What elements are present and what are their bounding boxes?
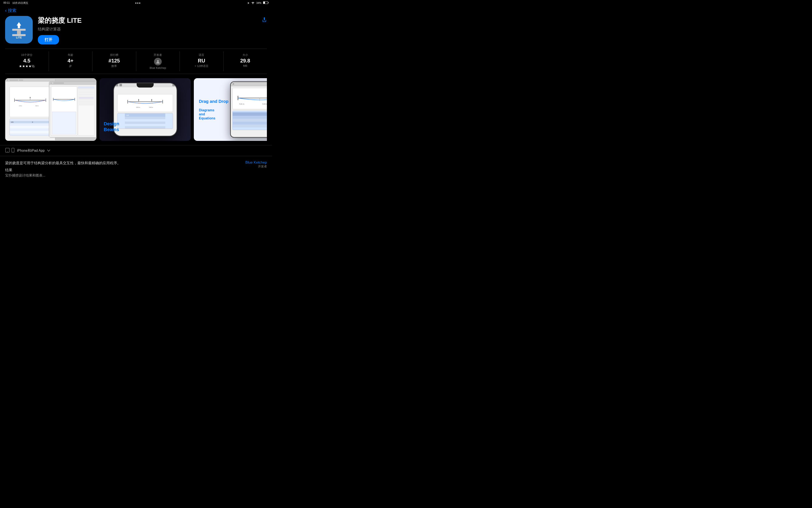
app-header: LITE 梁的挠度 LITE 结构梁计算器 打开 <box>0 16 272 49</box>
dd-device: 5.01 m 5.00 m <box>230 81 267 138</box>
svg-rect-22 <box>10 131 51 133</box>
svg-marker-12 <box>30 97 31 98</box>
mini-data-left: 参数 值 <box>9 119 51 135</box>
date-display: 10月15日周五 <box>12 1 28 5</box>
mini-toolbar-right <box>49 82 96 85</box>
iphone-icon <box>11 148 14 154</box>
dd-beam-area: 5.01 m 5.00 m <box>232 88 267 110</box>
age-label: 年龄 <box>49 53 92 57</box>
battery-icon <box>263 1 269 5</box>
dd-screen: 5.01 m 5.00 m <box>231 82 267 137</box>
phone-toolbar-icon-2 <box>119 84 122 86</box>
svg-rect-38 <box>125 119 165 122</box>
phone-beam-area: 3.00 m 5.00 m <box>117 94 173 112</box>
navigation-icon: ➤ <box>247 1 250 4</box>
dd-subtitle-line3: Equations <box>199 116 228 120</box>
rating-count-label: 15个评分 <box>5 53 49 57</box>
screenshot-right-device <box>49 81 96 138</box>
screenshot-3-content: Drag and Drop Diagrams and Equations <box>194 78 267 141</box>
toolbar-bar-2 <box>19 80 23 81</box>
stat-rank: 排行榜 #125 效率 <box>92 51 136 71</box>
beam-svg: 2.44 m 5.00 m <box>13 90 48 114</box>
stat-age: 年龄 4+ 岁 <box>49 51 93 71</box>
svg-marker-29 <box>138 99 139 100</box>
svg-rect-50 <box>233 122 267 125</box>
screenshot-right-screen <box>49 82 96 137</box>
sidebar-content <box>78 88 94 106</box>
back-button[interactable]: ‹ 搜索 <box>5 8 16 13</box>
rank-label: 排行榜 <box>92 53 136 57</box>
toolbar-dot-1 <box>7 80 8 81</box>
svg-text:值: 值 <box>32 122 33 123</box>
dd-title: Drag and Drop <box>199 99 228 104</box>
status-center <box>135 3 140 4</box>
time-display: 00:11 <box>3 1 10 5</box>
ipad-svg <box>5 148 10 153</box>
svg-rect-5 <box>17 31 21 34</box>
open-button[interactable]: 打开 <box>38 35 59 44</box>
svg-text:结果: 结果 <box>126 115 129 116</box>
dd-toolbar-dot <box>232 83 234 85</box>
design-beams-text: Design Beams <box>104 121 119 132</box>
developer-link[interactable]: Blue Ketchep <box>246 160 267 165</box>
sidebar-row-5 <box>79 96 94 97</box>
back-arrow-icon: ‹ <box>5 8 7 13</box>
right-beam-area <box>51 86 77 136</box>
description-left: 梁的挠度是可用于结构梁分析的最具交互性，最快和最精确的应用程序。 结果 宝扑捕捞… <box>5 160 246 178</box>
screenshot-2[interactable]: 3.00 m 5.00 m 结果 <box>99 78 191 141</box>
dd-subtitle-line2: and <box>199 112 228 116</box>
developer-icon <box>154 58 162 66</box>
phone-toolbar-icon-3 <box>172 84 175 86</box>
result-svg: 结果 <box>118 114 173 129</box>
phone-beam-svg: 3.00 m 5.00 m <box>119 95 171 111</box>
phone-result-area: 结果 <box>117 113 173 129</box>
platform-label: iPhone和iPad App <box>17 149 45 153</box>
dev-label: 开发者 <box>136 53 180 57</box>
dot-3 <box>139 3 140 4</box>
main-description-text: 梁的挠度是可用于结构梁分析的最具交互性，最快和最精确的应用程序。 <box>5 160 246 166</box>
dd-text: Drag and Drop Diagrams and Equations <box>199 99 228 121</box>
screenshot-1-content: 2.44 m 5.00 m 参数 值 <box>5 78 96 141</box>
status-right: ➤ 34% <box>247 1 269 5</box>
toolbar-bar <box>9 80 18 81</box>
sidebar-header <box>78 87 94 88</box>
sidebar-row-4 <box>79 94 94 95</box>
person-icon <box>156 59 160 64</box>
sidebar-row-2 <box>79 90 94 92</box>
phone-toolbar-icon-1 <box>116 84 118 86</box>
lang-sub: + 12种语言 <box>180 64 223 68</box>
right-split <box>51 86 94 136</box>
lang-value: RU <box>180 58 223 64</box>
chevron-down-icon[interactable] <box>47 149 50 153</box>
dots-indicator <box>135 3 140 4</box>
size-label: 大小 <box>223 53 267 57</box>
phone-device: 3.00 m 5.00 m 结果 <box>113 83 177 137</box>
app-icon-graphic: LITE <box>9 20 29 39</box>
screenshot-3[interactable]: Drag and Drop Diagrams and Equations <box>194 78 267 141</box>
svg-text:2.44 m: 2.44 m <box>19 105 22 107</box>
dd-result-area <box>232 111 267 130</box>
svg-rect-4 <box>12 29 26 31</box>
screenshots-row[interactable]: 2.44 m 5.00 m 参数 值 <box>5 78 267 141</box>
svg-text:5.00 m: 5.00 m <box>36 105 39 107</box>
mini-toolbar-left <box>5 79 55 82</box>
size-value: 29.8 <box>223 58 267 64</box>
svg-rect-19 <box>10 123 51 126</box>
description-right: Blue Ketchep 开发者 <box>246 160 267 168</box>
more-text: 宝扑捕捞设计结果和图表... <box>5 173 246 178</box>
screenshot-left-device: 2.44 m 5.00 m 参数 值 <box>5 78 55 141</box>
rank-value: #125 <box>92 58 136 64</box>
dot-1 <box>135 3 136 4</box>
developer-label: 开发者 <box>246 165 267 168</box>
svg-rect-6 <box>12 34 26 36</box>
svg-rect-2 <box>268 2 268 3</box>
share-button[interactable] <box>262 17 267 24</box>
rank-sub: 效率 <box>92 64 136 68</box>
app-title: 梁的挠度 LITE <box>38 16 267 25</box>
design-text-line2: Beams <box>104 127 119 132</box>
sidebar-row-10 <box>79 104 94 105</box>
screenshot-1[interactable]: 2.44 m 5.00 m 参数 值 <box>5 78 96 141</box>
svg-point-53 <box>7 152 8 152</box>
svg-rect-37 <box>125 117 165 119</box>
dot-2 <box>137 3 138 4</box>
